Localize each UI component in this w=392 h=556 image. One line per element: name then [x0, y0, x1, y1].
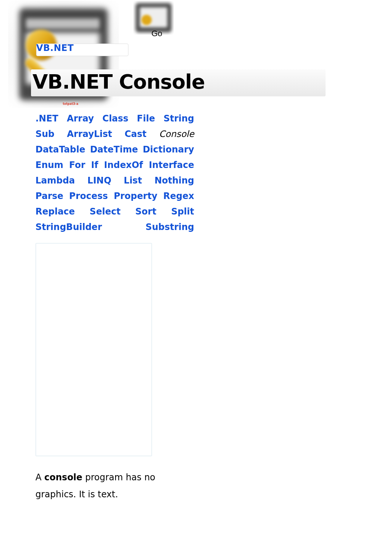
topic-tag-link[interactable]: Class [102, 113, 128, 124]
intro-paragraph: A console program has no graphics. It is… [35, 469, 194, 503]
intro-text-prefix: A [35, 472, 44, 483]
topic-tag-current: Console [159, 129, 194, 139]
go-button[interactable]: Go [149, 28, 164, 39]
breadcrumb: VB.NET [0, 43, 392, 53]
topic-tag-link[interactable]: DataTable [35, 144, 85, 155]
topic-tag-link[interactable]: If [91, 160, 98, 170]
topic-tag-link[interactable]: Lambda [35, 175, 75, 186]
topic-tag-link[interactable]: IndexOf [104, 160, 143, 170]
topic-tag-link[interactable]: String [164, 113, 194, 124]
topic-tag-link[interactable]: Dictionary [143, 144, 194, 155]
breadcrumb-link-vbnet[interactable]: VB.NET [36, 43, 74, 53]
topic-tag-link[interactable]: File [137, 113, 155, 124]
intro-text-bold: console [44, 472, 82, 483]
page-title: VB.NET Console [32, 70, 324, 93]
topic-tag-link[interactable]: Enum [35, 160, 63, 170]
topic-tag-link[interactable]: Process [69, 191, 108, 201]
svg-point-8 [141, 15, 152, 25]
topic-tag-link[interactable]: Select [90, 206, 121, 217]
topic-tag-link[interactable]: Array [67, 113, 94, 124]
topic-tag-link[interactable]: Sort [135, 206, 157, 217]
topic-tag-link[interactable]: LINQ [87, 175, 111, 186]
topic-tag-list: .NET Array Class File String Sub ArrayLi… [35, 111, 194, 235]
topic-tag-link[interactable]: Substring [145, 222, 194, 232]
topic-tag-link[interactable]: DateTime [90, 144, 138, 155]
topic-tag-link[interactable]: Split [171, 206, 194, 217]
page-title-bar: VB.NET Console [31, 69, 326, 96]
topic-tag-link[interactable]: ArrayList [67, 129, 112, 139]
illustration-placeholder [35, 243, 152, 456]
topic-tag-link[interactable]: Cast [125, 129, 147, 139]
topic-tag-link[interactable]: Replace [35, 206, 75, 217]
topic-tag-link[interactable]: Property [114, 191, 157, 201]
topic-tag-link[interactable]: StringBuilder [35, 222, 102, 232]
topic-tag-link[interactable]: Regex [163, 191, 194, 201]
topic-tag-link[interactable]: For [69, 160, 85, 170]
topic-tag-link[interactable]: List [124, 175, 142, 186]
tiny-red-label: txtpat3-a [63, 102, 392, 106]
topic-tag-link[interactable]: Interface [149, 160, 194, 170]
topic-tag-link[interactable]: Sub [35, 129, 55, 139]
topic-tag-link[interactable]: Parse [35, 191, 63, 201]
topic-tag-link[interactable]: .NET [35, 113, 58, 124]
topic-tag-link[interactable]: Nothing [154, 175, 194, 186]
